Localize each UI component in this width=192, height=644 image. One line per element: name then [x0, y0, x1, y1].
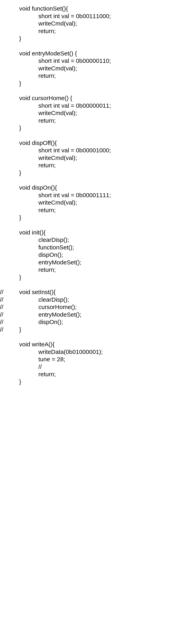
code-line: } [0, 80, 192, 87]
code-line: writeData(0b01000001); [0, 348, 192, 356]
comment-line: //clearDisp(); [0, 296, 192, 304]
code-line: } [0, 378, 192, 386]
code-line: writeCmd(val); [0, 20, 192, 27]
code-line: } [0, 124, 192, 132]
code-line: return; [0, 27, 192, 35]
code-line: writeCmd(val); [0, 199, 192, 206]
blank-line [0, 281, 192, 288]
code-line: } [0, 214, 192, 221]
comment-line: //void setInst(){ [0, 288, 192, 296]
code-line: writeCmd(val); [0, 154, 192, 162]
blank-line [0, 176, 192, 184]
code-line: short int val = 0b00000110; [0, 57, 192, 64]
code-line: void init(){ [0, 229, 192, 236]
code-line: tune = 28; [0, 356, 192, 363]
code-line: } [0, 274, 192, 281]
code-text: dispOn(); [0, 318, 63, 326]
blank-line [0, 132, 192, 139]
code-line: writeCmd(val); [0, 109, 192, 117]
code-line: dispOn(); [0, 251, 192, 258]
code-line: return; [0, 117, 192, 124]
comment-line: //} [0, 326, 192, 333]
code-line: clearDisp(); [0, 236, 192, 244]
code-page: void functionSet(){short int val = 0b001… [0, 0, 192, 394]
code-line: void cursorHome() { [0, 94, 192, 102]
code-line: functionSet(); [0, 244, 192, 251]
code-line: return; [0, 370, 192, 378]
blank-line [0, 87, 192, 94]
code-line: return; [0, 266, 192, 274]
code-line: void entryModeSet() { [0, 50, 192, 57]
comment-line: //dispOn(); [0, 318, 192, 326]
code-line: entryModeSet(); [0, 258, 192, 266]
code-line: return; [0, 72, 192, 80]
code-line: writeCmd(val); [0, 64, 192, 72]
code-line: } [0, 35, 192, 42]
code-line: void writeA(){ [0, 340, 192, 348]
blank-line [0, 42, 192, 50]
blank-line [0, 221, 192, 229]
code-text: } [0, 326, 21, 333]
code-text: void setInst(){ [0, 288, 56, 296]
code-line: void dispOn(){ [0, 184, 192, 192]
blank-line [0, 333, 192, 340]
code-line: // [0, 363, 192, 371]
code-text: cursorHome(); [0, 303, 77, 311]
code-line: void functionSet(){ [0, 5, 192, 12]
code-line: } [0, 169, 192, 177]
code-line: short int val = 0b00001111; [0, 192, 192, 199]
comment-line: //entryModeSet(); [0, 311, 192, 318]
code-line: short int val = 0b00111000; [0, 12, 192, 20]
code-text: entryModeSet(); [0, 311, 81, 318]
code-line: return; [0, 162, 192, 169]
code-line: return; [0, 206, 192, 214]
code-line: short int val = 0b00000011; [0, 102, 192, 110]
code-line: short int val = 0b00001000; [0, 146, 192, 154]
code-line: void dispOff(){ [0, 139, 192, 147]
comment-line: //cursorHome(); [0, 303, 192, 311]
code-text: clearDisp(); [0, 296, 69, 304]
